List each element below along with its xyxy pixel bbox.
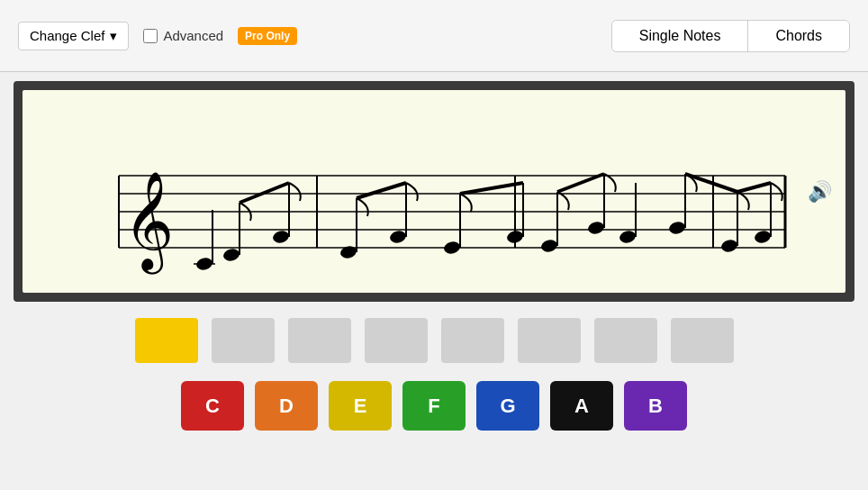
- answer-boxes-row: [0, 318, 868, 363]
- advanced-checkbox[interactable]: [143, 29, 158, 43]
- svg-point-32: [668, 220, 687, 235]
- answer-box-6[interactable]: [518, 318, 581, 363]
- svg-line-42: [685, 174, 737, 192]
- answer-box-5[interactable]: [441, 318, 504, 363]
- svg-point-34: [720, 238, 739, 253]
- answer-box-1[interactable]: [135, 318, 198, 363]
- svg-point-30: [619, 229, 637, 244]
- sound-icon[interactable]: 🔊: [808, 180, 832, 204]
- svg-point-13: [272, 229, 291, 244]
- toolbar: Change Clef ▾ Advanced Pro Only Single N…: [0, 0, 868, 72]
- staff-area: 𝄞: [41, 104, 827, 275]
- note-buttons-row: C D E F G A B: [0, 381, 868, 431]
- answer-box-2[interactable]: [212, 318, 275, 363]
- advanced-text: Advanced: [163, 28, 223, 43]
- svg-point-22: [443, 240, 462, 255]
- note-button-c[interactable]: C: [181, 381, 244, 431]
- svg-line-41: [557, 174, 604, 192]
- svg-point-36: [754, 229, 773, 244]
- svg-point-11: [222, 247, 241, 262]
- notation-container: 🔊 𝄞: [14, 81, 854, 302]
- svg-line-40: [460, 183, 523, 194]
- tab-chords[interactable]: Chords: [748, 21, 849, 51]
- answer-box-7[interactable]: [594, 318, 657, 363]
- note-button-a[interactable]: A: [550, 381, 613, 431]
- note-button-b[interactable]: B: [624, 381, 687, 431]
- answer-box-3[interactable]: [288, 318, 351, 363]
- svg-point-28: [587, 220, 606, 235]
- svg-line-39: [357, 183, 406, 198]
- answer-box-8[interactable]: [671, 318, 734, 363]
- notation-inner: 🔊 𝄞: [23, 90, 845, 293]
- svg-text:𝄞: 𝄞: [123, 172, 174, 275]
- change-clef-label: Change Clef: [30, 28, 104, 43]
- chevron-down-icon: ▾: [110, 28, 117, 44]
- note-button-f[interactable]: F: [402, 381, 466, 431]
- answer-box-4[interactable]: [365, 318, 428, 363]
- music-staff-svg: 𝄞: [65, 104, 803, 275]
- pro-only-badge: Pro Only: [238, 27, 297, 45]
- svg-line-43: [737, 183, 771, 192]
- svg-point-20: [389, 229, 408, 244]
- advanced-label: Advanced: [143, 28, 223, 43]
- note-button-e[interactable]: E: [329, 381, 392, 431]
- tab-group: Single Notes Chords: [611, 20, 850, 52]
- svg-point-26: [540, 238, 559, 253]
- svg-point-24: [506, 229, 525, 244]
- note-button-g[interactable]: G: [476, 381, 539, 431]
- note-button-d[interactable]: D: [255, 381, 318, 431]
- svg-line-38: [240, 183, 289, 203]
- change-clef-button[interactable]: Change Clef ▾: [18, 22, 129, 50]
- tab-single-notes[interactable]: Single Notes: [612, 21, 749, 51]
- svg-point-18: [339, 244, 358, 259]
